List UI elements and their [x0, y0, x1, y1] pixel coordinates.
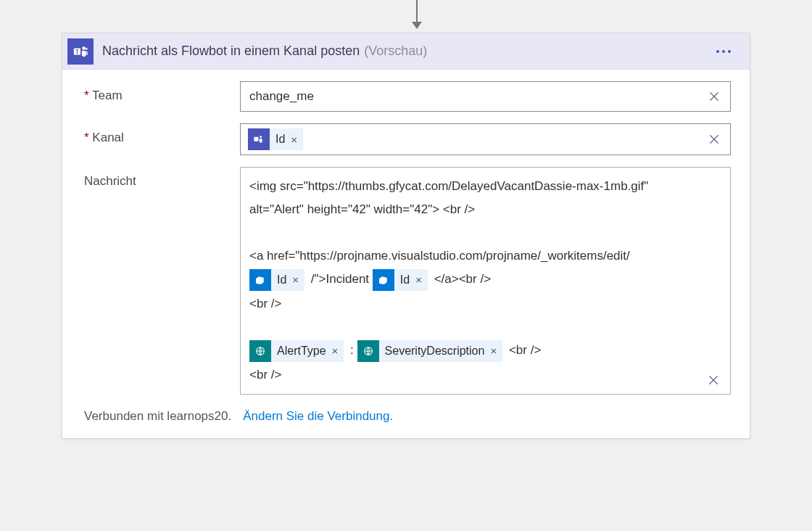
svg-point-3: [86, 47, 88, 49]
pill-remove[interactable]: ×: [489, 339, 502, 363]
pill-remove[interactable]: ×: [414, 268, 428, 292]
severity-pill[interactable]: SeverityDescription ×: [357, 340, 503, 362]
pill-label: AlertType: [271, 339, 331, 363]
card-header[interactable]: T Nachricht als Flowbot in einem Kanal p…: [62, 33, 750, 70]
team-value: change_me: [248, 86, 315, 107]
globe-icon: [357, 340, 379, 362]
message-input[interactable]: <img src="https://thumbs.gfycat.com/Dela…: [240, 167, 731, 395]
teams-icon: [248, 128, 270, 150]
flow-arrow-down: [409, 0, 425, 30]
team-input[interactable]: change_me: [240, 81, 731, 112]
pill-remove[interactable]: ×: [291, 268, 304, 292]
pill-label: Id: [271, 268, 291, 292]
team-row: Team change_me: [84, 81, 731, 112]
devops-icon: [373, 269, 394, 291]
svg-point-8: [260, 136, 262, 138]
msg-text: <br />: [509, 343, 541, 357]
svg-point-5: [722, 50, 725, 53]
channel-row: Kanal Id ×: [84, 123, 731, 155]
devops-icon: [249, 269, 271, 291]
pill-remove[interactable]: ×: [331, 339, 344, 363]
svg-text:T: T: [75, 49, 79, 55]
svg-rect-7: [254, 137, 258, 141]
channel-id-pill[interactable]: Id ×: [248, 128, 303, 150]
message-row: Nachricht <img src="https://thumbs.gfyca…: [84, 167, 731, 395]
pill-label: Id: [394, 268, 414, 292]
msg-text: </a><br />: [434, 272, 491, 286]
devops-id-pill[interactable]: Id ×: [249, 269, 304, 291]
msg-text: /">Incident: [311, 272, 369, 286]
action-card: T Nachricht als Flowbot in einem Kanal p…: [62, 33, 750, 439]
msg-text: <br />: [249, 297, 281, 310]
message-clear-button[interactable]: [704, 371, 723, 390]
team-label: Team: [84, 81, 240, 103]
teams-icon: T: [67, 38, 94, 65]
msg-text: <a href="https://projname.visualstudio.c…: [249, 249, 630, 263]
pill-label: Id: [270, 133, 289, 146]
alerttype-pill[interactable]: AlertType ×: [249, 340, 344, 362]
message-label: Nachricht: [84, 167, 240, 189]
globe-icon: [249, 340, 271, 362]
channel-input[interactable]: Id ×: [240, 123, 731, 155]
svg-point-4: [716, 50, 719, 53]
svg-point-2: [82, 46, 86, 50]
svg-point-6: [728, 50, 731, 53]
change-connection-link[interactable]: Ändern Sie die Verbindung.: [243, 409, 393, 424]
card-subtitle: (Vorschau): [364, 44, 427, 59]
more-menu-button[interactable]: [710, 38, 737, 65]
devops-id-pill[interactable]: Id ×: [373, 269, 428, 291]
channel-clear-button[interactable]: [705, 130, 724, 149]
msg-text: <img src="https://thumbs.gfycat.com/Dela…: [249, 179, 648, 216]
pill-remove[interactable]: ×: [289, 133, 303, 146]
msg-text: :: [350, 343, 354, 357]
msg-text: <br />: [249, 368, 281, 382]
pill-label: SeverityDescription: [379, 339, 489, 363]
channel-label: Kanal: [84, 123, 240, 145]
team-clear-button[interactable]: [705, 87, 724, 106]
card-title: Nachricht als Flowbot in einem Kanal pos…: [102, 44, 360, 59]
connection-footer: Verbunden mit learnops20. Ändern Sie die…: [84, 406, 731, 424]
connected-label: Verbunden mit learnops20.: [84, 409, 231, 424]
